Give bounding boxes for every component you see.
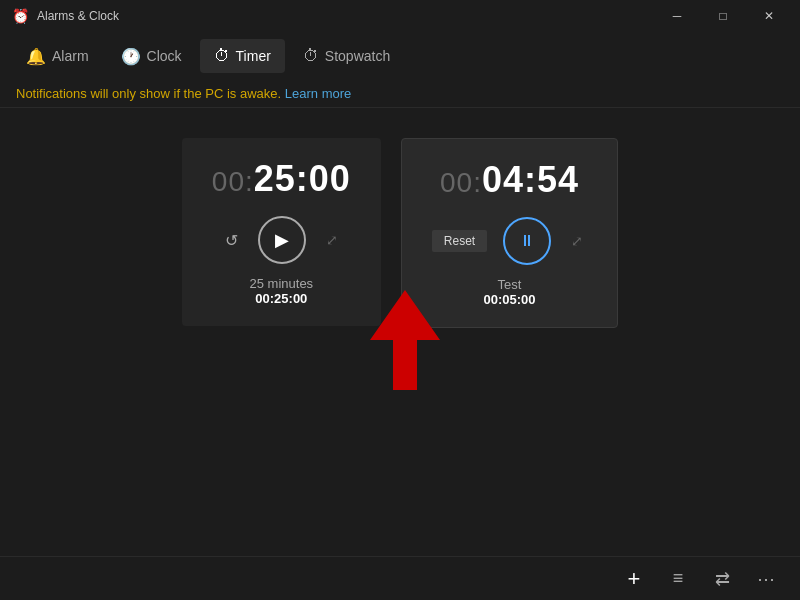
notification-bar: Notifications will only show if the PC i… bbox=[0, 80, 800, 108]
timer1-label-name: 25 minutes bbox=[250, 276, 314, 291]
close-button[interactable]: ✕ bbox=[746, 0, 792, 32]
timer1-label-time: 00:25:00 bbox=[255, 291, 307, 306]
tab-timer-label: Timer bbox=[236, 48, 271, 64]
tab-alarm[interactable]: 🔔 Alarm bbox=[12, 39, 103, 74]
tab-alarm-label: Alarm bbox=[52, 48, 89, 64]
timer1-play-button[interactable]: ▶ bbox=[258, 216, 306, 264]
play-icon: ▶ bbox=[275, 229, 289, 251]
timer1-expand-button[interactable]: ⤢ bbox=[322, 228, 342, 252]
timer2-label-name: Test bbox=[498, 277, 522, 292]
timer-display-2: 00: 04:54 bbox=[440, 159, 579, 201]
nav-bar: 🔔 Alarm 🕐 Clock ⏱ Timer ⏱ Stopwatch bbox=[0, 32, 800, 80]
tab-timer[interactable]: ⏱ Timer bbox=[200, 39, 285, 73]
tab-stopwatch-label: Stopwatch bbox=[325, 48, 390, 64]
timer2-controls: Reset ⏸ ⤢ bbox=[432, 217, 587, 265]
annotation-arrow bbox=[370, 290, 440, 394]
bottom-toolbar: + ≡ ⇄ ⋯ bbox=[0, 556, 800, 600]
tab-stopwatch[interactable]: ⏱ Stopwatch bbox=[289, 39, 404, 73]
clock-icon: 🕐 bbox=[121, 47, 141, 66]
tab-clock[interactable]: 🕐 Clock bbox=[107, 39, 196, 74]
timer2-pause-button[interactable]: ⏸ bbox=[503, 217, 551, 265]
timer2-bright: 04:54 bbox=[482, 159, 579, 201]
timer1-bright: 25:00 bbox=[254, 158, 351, 200]
maximize-button[interactable]: □ bbox=[700, 0, 746, 32]
svg-marker-0 bbox=[370, 290, 440, 390]
minimize-button[interactable]: ─ bbox=[654, 0, 700, 32]
sort-button[interactable]: ≡ bbox=[660, 561, 696, 597]
add-timer-button[interactable]: + bbox=[616, 561, 652, 597]
alarm-icon: 🔔 bbox=[26, 47, 46, 66]
timer-card-1: 00: 25:00 ↺ ▶ ⤢ 25 minutes 00:25:00 bbox=[182, 138, 381, 326]
app-title: Alarms & Clock bbox=[37, 9, 119, 23]
timer-icon: ⏱ bbox=[214, 47, 230, 65]
timer-display-1: 00: 25:00 bbox=[212, 158, 351, 200]
sync-button[interactable]: ⇄ bbox=[704, 561, 740, 597]
timer2-label-time: 00:05:00 bbox=[483, 292, 535, 307]
timer2-expand-button[interactable]: ⤢ bbox=[567, 229, 587, 253]
title-bar-left: ⏰ Alarms & Clock bbox=[12, 8, 119, 24]
more-button[interactable]: ⋯ bbox=[748, 561, 784, 597]
window-controls: ─ □ ✕ bbox=[654, 0, 792, 32]
timer1-dim: 00: bbox=[212, 166, 254, 198]
pause-icon: ⏸ bbox=[519, 232, 535, 250]
title-bar: ⏰ Alarms & Clock ─ □ ✕ bbox=[0, 0, 800, 32]
tab-clock-label: Clock bbox=[147, 48, 182, 64]
stopwatch-icon: ⏱ bbox=[303, 47, 319, 65]
learn-more-link[interactable]: Learn more bbox=[285, 86, 351, 101]
timer1-controls: ↺ ▶ ⤢ bbox=[221, 216, 342, 264]
notification-text: Notifications will only show if the PC i… bbox=[16, 86, 281, 101]
timer2-reset-button[interactable]: Reset bbox=[432, 230, 487, 252]
app-icon: ⏰ bbox=[12, 8, 29, 24]
timer1-reset-icon-btn[interactable]: ↺ bbox=[221, 227, 242, 254]
timer2-dim: 00: bbox=[440, 167, 482, 199]
